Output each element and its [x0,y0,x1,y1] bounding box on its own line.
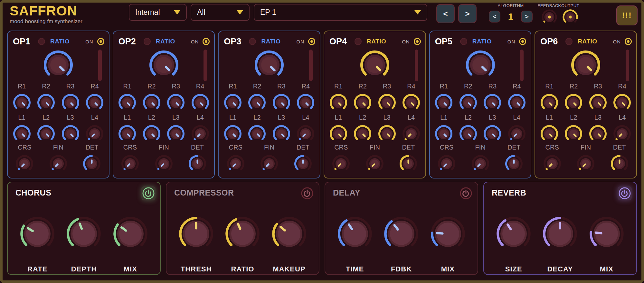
r3-knob[interactable] [272,93,291,114]
l1-knob[interactable] [12,124,32,145]
l1-knob[interactable] [329,124,348,145]
fx-power-button[interactable] [300,186,314,200]
l2-knob[interactable] [459,124,478,145]
output-knob[interactable] [555,9,586,25]
l4-knob[interactable] [402,124,421,145]
r1-knob[interactable] [329,93,348,114]
mix-knob[interactable] [430,216,466,253]
l4-knob[interactable] [191,124,210,145]
l3-knob[interactable] [377,124,397,145]
r2-knob[interactable] [564,93,583,114]
fx-power-button[interactable] [459,186,473,200]
l3-knob[interactable] [166,124,185,145]
l3-knob[interactable] [61,124,80,145]
det-knob[interactable] [188,154,207,175]
l1-knob[interactable] [434,124,453,145]
ratio-knob[interactable] [535,49,636,81]
ratio-knob[interactable] [225,216,260,253]
preset-prev-button[interactable]: < [436,4,455,23]
alert-button[interactable]: !!! [616,5,638,25]
r1-knob[interactable] [12,93,32,114]
ratio-knob[interactable] [430,49,531,81]
crs-knob[interactable] [543,154,562,175]
crs-knob[interactable] [331,154,351,175]
fin-knob[interactable] [471,154,490,175]
fx-power-button[interactable] [618,186,632,200]
ratio-knob[interactable] [219,49,320,81]
preset-next-button[interactable]: > [458,4,477,23]
fin-knob[interactable] [365,154,384,175]
ratio-knob[interactable] [113,49,214,81]
depth-knob[interactable] [66,216,101,253]
r2-knob[interactable] [353,93,372,114]
r4-knob[interactable] [402,93,421,114]
det-knob[interactable] [610,154,629,175]
crs-knob[interactable] [120,154,140,175]
ratio-mode-label[interactable]: RATIO [156,38,175,45]
rate-knob[interactable] [20,216,55,253]
r3-knob[interactable] [483,93,502,114]
algorithm-prev-button[interactable]: < [489,11,500,23]
ratio-knob[interactable] [324,49,425,81]
ratio-mode-label[interactable]: RATIO [367,38,386,45]
operator-on-led[interactable] [308,38,315,45]
r4-knob[interactable] [507,93,526,114]
r2-knob[interactable] [459,93,478,114]
r1-knob[interactable] [434,93,453,114]
r3-knob[interactable] [166,93,185,114]
time-knob[interactable] [337,216,373,253]
r1-knob[interactable] [223,93,242,114]
det-knob[interactable] [399,154,418,175]
size-knob[interactable] [496,216,531,253]
l1-knob[interactable] [118,124,137,145]
l2-knob[interactable] [36,124,56,145]
r4-knob[interactable] [191,93,210,114]
fin-knob[interactable] [576,154,595,175]
decay-knob[interactable] [542,216,578,253]
l2-knob[interactable] [247,124,267,145]
operator-on-led[interactable] [203,38,210,45]
ratio-mode-label[interactable]: RATIO [50,38,70,45]
operator-on-led[interactable] [625,38,632,45]
r2-knob[interactable] [36,93,56,114]
crs-knob[interactable] [226,154,245,175]
l1-knob[interactable] [540,124,559,145]
mix-knob[interactable] [589,216,624,253]
det-knob[interactable] [293,154,313,175]
l4-knob[interactable] [507,124,526,145]
fin-knob[interactable] [154,154,174,175]
r3-knob[interactable] [61,93,80,114]
l4-knob[interactable] [612,124,632,145]
r4-knob[interactable] [85,93,104,114]
l3-knob[interactable] [588,124,608,145]
l4-knob[interactable] [85,124,104,145]
l2-knob[interactable] [353,124,372,145]
r4-knob[interactable] [296,93,315,114]
ratio-knob[interactable] [8,49,109,81]
fdbk-knob[interactable] [384,216,419,253]
operator-on-led[interactable] [519,38,526,45]
det-knob[interactable] [82,154,101,175]
r2-knob[interactable] [247,93,267,114]
operator-on-led[interactable] [414,38,421,45]
bank-dropdown[interactable]: Internal [129,4,187,21]
l3-knob[interactable] [483,124,502,145]
algorithm-next-button[interactable]: > [521,11,533,23]
ratio-mode-label[interactable]: RATIO [472,38,492,45]
thresh-knob[interactable] [178,216,214,253]
r3-knob[interactable] [588,93,608,114]
r3-knob[interactable] [377,93,397,114]
l1-knob[interactable] [223,124,242,145]
l3-knob[interactable] [272,124,291,145]
crs-knob[interactable] [437,154,456,175]
crs-knob[interactable] [15,154,34,175]
fin-knob[interactable] [49,154,68,175]
makeup-knob[interactable] [271,216,307,253]
ratio-mode-label[interactable]: RATIO [578,38,597,45]
r1-knob[interactable] [118,93,137,114]
r1-knob[interactable] [540,93,559,114]
mix-knob[interactable] [113,216,148,253]
fin-knob[interactable] [260,154,279,175]
l4-knob[interactable] [296,124,315,145]
fx-power-button[interactable] [141,186,156,200]
